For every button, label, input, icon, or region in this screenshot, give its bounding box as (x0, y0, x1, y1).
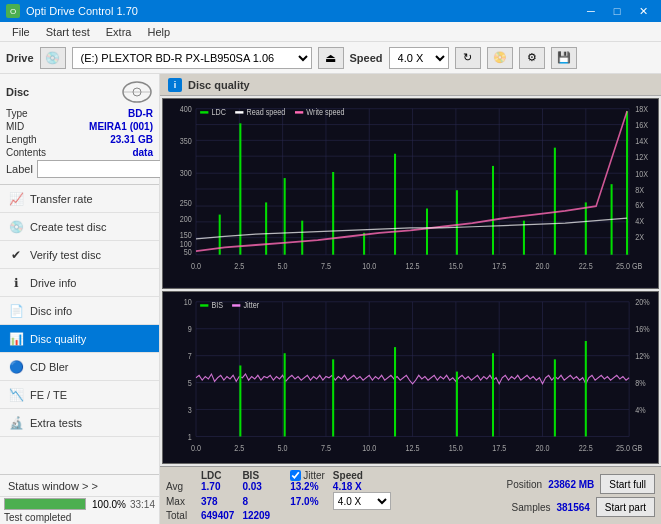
stats-blank (166, 470, 201, 481)
svg-text:18X: 18X (635, 105, 648, 115)
svg-text:3: 3 (188, 405, 193, 415)
disc-label-row: Label ✏ (6, 160, 153, 178)
avg-bis: 0.03 (242, 481, 278, 492)
svg-text:4X: 4X (635, 217, 644, 227)
progress-bar (4, 498, 86, 510)
menu-help[interactable]: Help (139, 24, 178, 40)
svg-text:300: 300 (180, 168, 193, 178)
disc-title: Disc (6, 86, 29, 98)
disc-mid-row: MID MEIRA1 (001) (6, 121, 153, 132)
svg-text:16%: 16% (635, 324, 649, 334)
svg-text:8%: 8% (635, 378, 645, 388)
cd-bler-label: CD Bler (30, 361, 69, 373)
svg-text:200: 200 (180, 214, 193, 224)
total-ldc: 649407 (201, 510, 242, 521)
minimize-button[interactable]: ─ (579, 2, 603, 20)
extra-tests-icon: 🔬 (8, 415, 24, 431)
media-button[interactable]: 📀 (487, 47, 513, 69)
label-input[interactable] (37, 160, 170, 178)
drive-select[interactable]: (E:) PLEXTOR BD-R PX-LB950SA 1.06 (72, 47, 312, 69)
speed-select[interactable]: 4.0 X (389, 47, 449, 69)
extra-tests-label: Extra tests (30, 417, 82, 429)
disc-length-row: Length 23.31 GB (6, 134, 153, 145)
speed-select-stats[interactable]: 4.0 X (333, 492, 391, 510)
position-label: Position (507, 479, 543, 490)
svg-text:2X: 2X (635, 233, 644, 243)
mid-label: MID (6, 121, 24, 132)
quality-title: Disc quality (188, 79, 250, 91)
length-value: 23.31 GB (110, 134, 153, 145)
menu-extra[interactable]: Extra (98, 24, 140, 40)
status-window-button[interactable]: Status window > > (0, 475, 159, 497)
transfer-rate-icon: 📈 (8, 191, 24, 207)
svg-text:4%: 4% (635, 405, 645, 415)
disc-quality-label: Disc quality (30, 333, 86, 345)
sidebar-item-disc-quality[interactable]: 📊 Disc quality (0, 325, 159, 353)
sidebar-item-drive-info[interactable]: ℹ Drive info (0, 269, 159, 297)
start-part-button[interactable]: Start part (596, 497, 655, 517)
menu-file[interactable]: File (4, 24, 38, 40)
svg-text:2.5: 2.5 (234, 443, 245, 453)
sidebar-item-cd-bler[interactable]: 🔵 CD Bler (0, 353, 159, 381)
position-row: Position 23862 MB Start full (507, 474, 655, 494)
status-bar: Status window > > 100.0% 33:14 Test comp… (0, 474, 159, 524)
sidebar-item-extra-tests[interactable]: 🔬 Extra tests (0, 409, 159, 437)
right-section: Position 23862 MB Start full Samples 381… (507, 474, 655, 517)
jitter-checkbox[interactable] (290, 470, 301, 481)
contents-value: data (132, 147, 153, 158)
maximize-button[interactable]: □ (605, 2, 629, 20)
quality-header: i Disc quality (160, 74, 661, 96)
menu-start-test[interactable]: Start test (38, 24, 98, 40)
contents-label: Contents (6, 147, 46, 158)
stats-table: LDC BIS Jitter Speed Avg 1.70 0.03 (166, 470, 399, 521)
svg-rect-74 (295, 111, 303, 113)
sidebar-item-disc-info[interactable]: 📄 Disc info (0, 297, 159, 325)
drive-bar: Drive 💿 (E:) PLEXTOR BD-R PX-LB950SA 1.0… (0, 42, 661, 74)
drive-label: Drive (6, 52, 34, 64)
sidebar-item-transfer-rate[interactable]: 📈 Transfer rate (0, 185, 159, 213)
eject-button[interactable]: ⏏ (318, 47, 344, 69)
max-label: Max (166, 492, 201, 510)
jitter-label: Jitter (303, 470, 325, 481)
sidebar-item-verify-test-disc[interactable]: ✔ Verify test disc (0, 241, 159, 269)
svg-text:Jitter: Jitter (243, 300, 259, 310)
svg-text:22.5: 22.5 (579, 443, 594, 453)
svg-text:5.0: 5.0 (278, 443, 289, 453)
create-test-disc-label: Create test disc (30, 221, 106, 233)
svg-text:12X: 12X (635, 152, 648, 162)
start-full-button[interactable]: Start full (600, 474, 655, 494)
cd-bler-icon: 🔵 (8, 359, 24, 375)
menu-bar: File Start test Extra Help (0, 22, 661, 42)
sidebar-item-fe-te[interactable]: 📉 FE / TE (0, 381, 159, 409)
verify-test-disc-label: Verify test disc (30, 249, 101, 261)
settings-button[interactable]: ⚙ (519, 47, 545, 69)
svg-text:12%: 12% (635, 351, 649, 361)
save-button[interactable]: 💾 (551, 47, 577, 69)
speed-label: Speed (350, 52, 383, 64)
disc-type-row: Type BD-R (6, 108, 153, 119)
svg-rect-72 (235, 111, 243, 113)
title-bar: O Opti Drive Control 1.70 ─ □ ✕ (0, 0, 661, 22)
sidebar-item-create-test-disc[interactable]: 💿 Create test disc (0, 213, 159, 241)
disc-info-icon: 📄 (8, 303, 24, 319)
close-button[interactable]: ✕ (631, 2, 655, 20)
svg-text:15.0: 15.0 (449, 262, 464, 272)
svg-text:22.5: 22.5 (579, 262, 594, 272)
svg-text:10: 10 (184, 297, 193, 307)
svg-text:9: 9 (188, 324, 193, 334)
max-bis: 8 (242, 492, 278, 510)
svg-text:7: 7 (188, 351, 192, 361)
svg-rect-124 (200, 304, 208, 306)
svg-text:10X: 10X (635, 169, 648, 179)
refresh-button[interactable]: ↻ (455, 47, 481, 69)
disc-contents-row: Contents data (6, 147, 153, 158)
chart1-svg: 400 350 300 250 200 150 100 50 18X 16X 1… (163, 99, 658, 288)
drive-icon[interactable]: 💿 (40, 47, 66, 69)
disc-panel: Disc Type BD-R MID MEIRA1 (001) Length 2… (0, 74, 159, 185)
svg-text:7.5: 7.5 (321, 262, 332, 272)
svg-text:20.0: 20.0 (535, 262, 550, 272)
create-test-disc-icon: 💿 (8, 219, 24, 235)
svg-text:400: 400 (180, 105, 193, 115)
progress-text: 100.0% (90, 499, 126, 510)
svg-rect-126 (232, 304, 240, 306)
